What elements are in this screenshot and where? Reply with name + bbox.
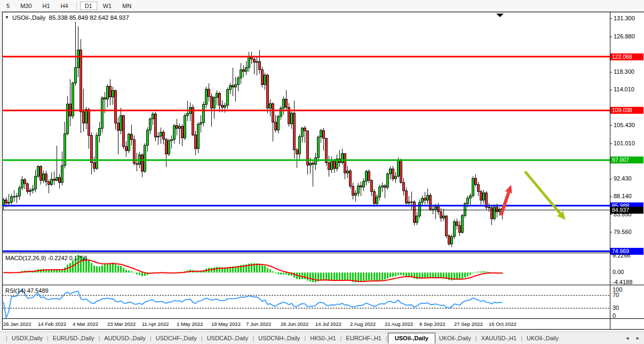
date-axis-label: 2 Aug 2022 [350,321,376,327]
trading-terminal: 5M30H1H4D1W1MN ▼ USOil-,Daily 85.338 85.… [0,0,644,344]
tab-eurchf-h1[interactable]: EURCHF-,H1 [342,334,385,342]
price-level-badge: 109.038 [610,107,643,114]
tab-separator: | [150,335,152,341]
price-axis-tick: 105.430 [614,122,635,128]
tab-usdcnh-daily[interactable]: USDCNH-,Daily [255,334,304,342]
chart-title: ▼ USOil-,Daily 85.338 85.849 82.642 84.9… [5,14,129,21]
date-axis-label: 8 Sep 2022 [419,321,446,327]
tab-usdx-daily[interactable]: USDX,Daily [8,334,46,342]
tab-usoil-daily[interactable]: USOil-,Daily [388,333,435,343]
tab-audusd-daily[interactable]: AUDUSD-,Daily [100,334,149,342]
tab-usdcad-daily[interactable]: USDCAD-,Daily [203,334,252,342]
date-axis-label: 23 Mar 2022 [107,321,136,327]
rsi-axis-label: 70 [613,292,619,298]
tab-separator: | [98,335,100,341]
tab-separator: | [386,335,387,341]
chart-ohlc-values: 85.338 85.849 82.642 84.937 [49,14,129,21]
rsi-axis-label: 0 [613,312,616,319]
date-axis-label: 14 Jul 2022 [315,321,341,327]
date-axis-label: 14 Feb 2022 [38,321,66,327]
chart-symbol-label: USOil-,Daily [12,14,46,21]
date-axis-label: 19 May 2022 [211,321,241,327]
date-axis-label: 27 Sep 2022 [454,321,483,327]
tab-xauusd-h1[interactable]: XAUUSD-,H1 [478,334,521,342]
tab-eurusd-daily[interactable]: EURUSD-,Daily [49,334,98,342]
price-axis-tick: 92.430 [614,175,632,182]
date-axis-label: 16 Oct 2022 [489,321,516,327]
macd-axis-label: -4.4188 [613,279,632,285]
price-axis-tick: 101.010 [614,140,635,146]
current-price-badge: 84.937 [610,207,643,214]
date-axis-label: 26 Jan 2022 [3,321,31,327]
price-axis-tick: 114.010 [614,86,634,92]
tab-scroll-left-icon[interactable]: ◄ [625,335,630,341]
macd-indicator-label: MACD(12,26,9) -0.2242 0.1758 [5,255,87,261]
price-axis-tick: 118.300 [614,68,634,75]
price-axis-tick: 79.560 [614,229,632,235]
tab-separator: | [47,335,49,341]
rsi-axis-label: 30 [613,304,619,311]
tab-ukoil-daily[interactable]: UKOil-,Daily [435,334,475,342]
date-axis-label: 26 Jun 2022 [281,321,308,327]
date-axis-label: 21 Aug 2022 [385,321,413,327]
tab-separator: | [252,335,254,341]
date-axis-label: 7 Jun 2022 [246,321,271,327]
price-axis-tick: 88.140 [614,193,632,199]
price-axis-tick: 126.880 [614,33,635,40]
price-level-badge: 97.007 [610,157,643,163]
tab-usdchf-daily[interactable]: USDCHF-,Daily [152,334,201,342]
tab-separator: | [6,335,7,341]
price-chart-canvas[interactable] [0,0,644,344]
tab-scroll-right-icon[interactable]: ► [635,335,640,341]
macd-axis-label: 9.2266 [613,252,631,259]
chart-menu-triangle-icon: ▼ [5,15,9,20]
tab-separator: | [201,335,203,341]
tab-separator: | [521,335,522,341]
date-axis-label: 11 Apr 2022 [142,321,169,327]
price-level-badge: 122.068 [610,53,643,60]
rsi-indicator-label: RSI(14) 47.5489 [5,287,49,294]
macd-axis-label: 0.00 [613,269,624,275]
tab-separator: | [340,335,342,341]
symbol-tabbar: |USDX,Daily|EURUSD-,Daily|AUDUSD-,Daily|… [0,332,644,344]
tab-separator: | [304,335,306,341]
tab-separator: | [475,335,477,341]
tab-scroll-controls: ◄► [625,335,644,341]
date-axis-label: 4 Mar 2022 [73,321,98,327]
tab-hk50-h1[interactable]: HK50-,H1 [306,334,339,342]
date-axis-label: 1 May 2022 [177,321,203,327]
price-axis-tick: 131.300 [614,15,635,21]
tab-ukoil-daily[interactable]: UKOil-,Daily [523,334,562,342]
